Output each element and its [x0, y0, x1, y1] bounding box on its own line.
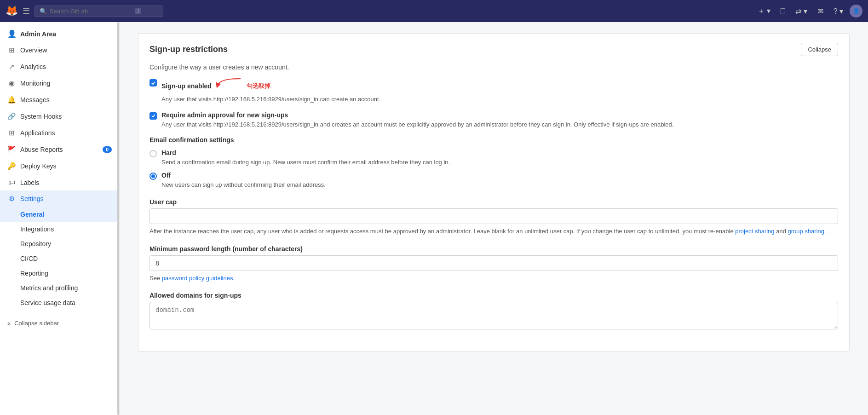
sidebar-item-settings[interactable]: ⚙ Settings: [0, 190, 119, 207]
sidebar-item-applications[interactable]: ⊞ Applications: [0, 125, 119, 141]
sidebar-item-deploy-keys[interactable]: 🔑 Deploy Keys: [0, 158, 119, 174]
off-content: Off New users can sign up without confir…: [161, 172, 326, 190]
abuse-icon: 🚩: [7, 145, 16, 154]
sidebar-item-label: Deploy Keys: [20, 162, 57, 170]
hard-radio-row: Hard Send a confirmation email during si…: [149, 149, 838, 167]
submenu-repository[interactable]: Repository: [0, 236, 119, 251]
off-radio[interactable]: [149, 173, 157, 180]
section-title: Sign-up restrictions: [149, 45, 228, 54]
help-btn[interactable]: ? ▾: [830, 5, 847, 17]
collapse-button[interactable]: Collapse: [801, 43, 838, 56]
messages-icon: 🔔: [7, 96, 16, 104]
sidebar-item-system-hooks[interactable]: 🔗 System Hooks: [0, 108, 119, 125]
min-password-input[interactable]: [149, 255, 838, 271]
submenu-general[interactable]: General: [0, 207, 119, 222]
submenu-service-usage[interactable]: Service usage data: [0, 295, 119, 310]
sidebar-item-abuse-reports[interactable]: 🚩 Abuse Reports 0: [0, 141, 119, 158]
hard-label: Hard: [161, 149, 450, 156]
labels-icon: 🏷: [7, 179, 16, 186]
signup-enabled-label: Sign-up enabled: [161, 82, 212, 90]
off-radio-row: Off New users can sign up without confir…: [149, 172, 838, 190]
off-desc: New users can sign up without confirming…: [161, 180, 326, 190]
submenu-label: Service usage data: [20, 299, 75, 306]
signup-restrictions-card: Sign-up restrictions Collapse Configure …: [138, 33, 850, 352]
sidebar-item-overview[interactable]: ⊞ Overview: [0, 42, 119, 58]
hard-radio[interactable]: [149, 150, 157, 157]
sidebar-item-monitoring[interactable]: ◉ Monitoring: [0, 75, 119, 92]
min-password-label: Minimum password length (number of chara…: [149, 245, 838, 253]
signup-enabled-desc: Any user that visits http://192.168.5.21…: [161, 95, 380, 104]
sidebar-item-label: System Hooks: [20, 113, 62, 120]
submenu-reporting[interactable]: Reporting: [0, 266, 119, 281]
sidebar-item-messages[interactable]: 🔔 Messages: [0, 92, 119, 108]
section-body: Sign-up enabled: [138, 78, 849, 351]
project-sharing-link[interactable]: project sharing: [735, 228, 774, 235]
sidebar-item-label: Messages: [20, 96, 50, 104]
allowed-domains-label: Allowed domains for sign-ups: [149, 292, 838, 299]
signup-enabled-checkbox[interactable]: [149, 79, 157, 86]
sidebar-item-analytics[interactable]: ↗ Analytics: [0, 58, 119, 75]
avatar[interactable]: 👤: [850, 5, 862, 17]
section-subtitle: Configure the way a user creates a new a…: [149, 63, 838, 71]
sidebar-item-label: Applications: [20, 129, 55, 137]
sidebar-item-label: Monitoring: [20, 80, 50, 87]
search-slash: /: [135, 8, 141, 14]
search-bar[interactable]: 🔍 /: [34, 6, 163, 17]
todos-btn[interactable]: ✉: [814, 5, 827, 17]
hard-desc: Send a confirmation email during sign up…: [161, 158, 450, 167]
overview-icon: ⊞: [7, 46, 16, 54]
password-policy-hint: See password policy guidelines.: [149, 274, 838, 283]
annotation-container: [215, 76, 243, 92]
annotation-text: 勾选取掉: [247, 82, 270, 90]
sidebar-item-label: Settings: [20, 195, 44, 202]
password-policy-link[interactable]: password policy guidelines.: [162, 275, 235, 282]
require-approval-label: Require admin approval for new sign-ups: [161, 111, 673, 119]
collapse-sidebar-btn[interactable]: « Collapse sidebar: [0, 314, 119, 332]
search-input[interactable]: [50, 8, 132, 15]
submenu-label: CI/CD: [20, 255, 38, 262]
sidebar-scrollbar: [117, 22, 119, 415]
settings-icon: ⚙: [7, 195, 16, 203]
require-approval-content: Require admin approval for new sign-ups …: [161, 111, 673, 129]
check-icon: [151, 113, 156, 118]
allowed-domains-group: Allowed domains for sign-ups: [149, 292, 838, 331]
abuse-badge: 0: [103, 146, 112, 153]
sidebar: 👤 Admin Area ⊞ Overview ↗ Analytics ◉ Mo…: [0, 22, 120, 415]
email-confirmation-group: Email confirmation settings Hard Send a …: [149, 136, 838, 189]
annotation-arrow-svg: [215, 76, 243, 90]
off-label: Off: [161, 172, 326, 179]
user-cap-input[interactable]: [149, 208, 838, 224]
submenu-cicd[interactable]: CI/CD: [0, 251, 119, 266]
new-item-btn[interactable]: ＋ ▾: [754, 5, 774, 18]
min-password-group: Minimum password length (number of chara…: [149, 245, 838, 283]
group-sharing-link[interactable]: group sharing: [788, 228, 825, 235]
submenu-label: General: [20, 211, 44, 218]
sidebar-item-label: Analytics: [20, 63, 46, 70]
allowed-domains-input[interactable]: [149, 302, 838, 329]
submenu-integrations[interactable]: Integrations: [0, 222, 119, 236]
user-cap-label: User cap: [149, 198, 838, 206]
signup-enabled-row: Sign-up enabled: [149, 78, 838, 104]
submenu-metrics[interactable]: Metrics and profiling: [0, 281, 119, 295]
sidebar-item-labels[interactable]: 🏷 Labels: [0, 174, 119, 190]
deploy-keys-icon: 🔑: [7, 162, 16, 170]
monitoring-icon: ◉: [7, 79, 16, 87]
submenu-label: Metrics and profiling: [20, 284, 78, 292]
applications-icon: ⊞: [7, 129, 16, 137]
main-layout: 👤 Admin Area ⊞ Overview ↗ Analytics ◉ Mo…: [0, 22, 868, 415]
require-approval-desc: Any user that visits http://192.168.5.21…: [161, 120, 673, 129]
sidebar-title: Admin Area: [20, 30, 56, 38]
merge-requests-btn[interactable]: ⇄ ▾: [792, 5, 811, 17]
search-icon: 🔍: [40, 8, 47, 15]
gitlab-logo: 🦊: [6, 5, 18, 17]
require-approval-checkbox[interactable]: [149, 112, 157, 120]
analytics-icon: ↗: [7, 63, 16, 71]
user-cap-hint: After the instance reaches the user cap,…: [149, 227, 838, 236]
submenu-label: Integrations: [20, 225, 54, 233]
admin-icon: 👤: [7, 29, 17, 38]
hamburger-icon[interactable]: ☰: [23, 6, 30, 16]
user-cap-group: User cap After the instance reaches the …: [149, 198, 838, 236]
snippets-btn[interactable]: ⎕: [777, 5, 789, 17]
main-content: Sign-up restrictions Collapse Configure …: [120, 22, 868, 415]
submenu-label: Repository: [20, 240, 51, 248]
